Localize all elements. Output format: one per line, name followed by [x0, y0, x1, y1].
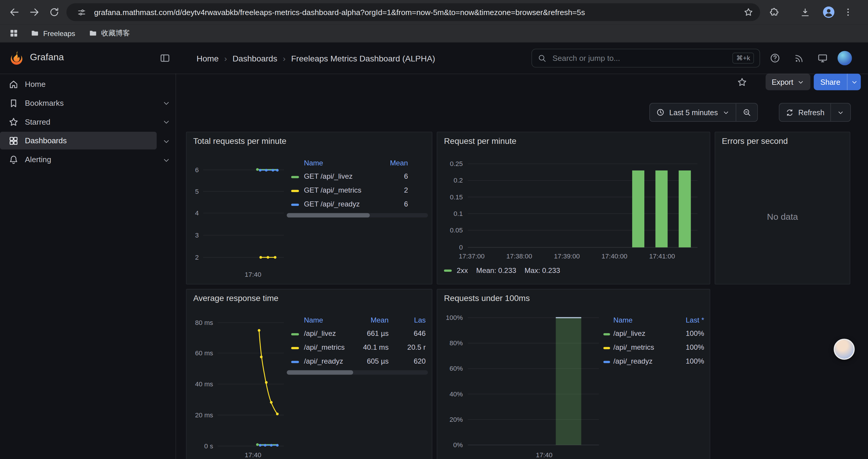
legend-header-name[interactable]: Name — [304, 316, 323, 324]
series-swatch[interactable] — [291, 333, 299, 335]
legend-header-last[interactable]: Last * — [686, 316, 704, 324]
series-name[interactable]: /api/_livez — [304, 329, 336, 338]
favorite-star-icon[interactable] — [734, 73, 750, 90]
chevron-down-icon[interactable] — [159, 115, 173, 129]
legend-header-name[interactable]: Name — [613, 316, 632, 324]
sidebar-toggle-icon[interactable] — [156, 49, 174, 67]
breadcrumb: Home › Dashboards › Freeleaps Metrics Da… — [196, 42, 435, 73]
browser-menu-kebab-icon[interactable] — [840, 4, 856, 21]
series-name[interactable]: 2xx — [457, 266, 468, 274]
sidebar-item-label: Bookmarks — [25, 99, 64, 107]
legend-header-name[interactable]: Name — [304, 159, 323, 167]
series-last: 100% — [677, 357, 704, 365]
series-name[interactable]: GET /api/_metrics — [304, 186, 361, 194]
legend-table: Name Last * /api/_livez 100% /api/_metri… — [603, 290, 704, 459]
back-button[interactable] — [4, 2, 24, 22]
downloads-icon[interactable] — [797, 4, 813, 21]
series-swatch[interactable] — [291, 347, 299, 349]
series-swatch[interactable] — [603, 347, 610, 349]
series-swatch[interactable] — [603, 361, 610, 363]
legend-header-mean[interactable]: Mean — [390, 159, 408, 167]
chevron-down-icon — [797, 78, 804, 85]
zoom-out-time-button[interactable] — [736, 103, 757, 121]
refresh-interval-chevron[interactable] — [831, 103, 850, 121]
sidebar-item-home[interactable]: Home — [0, 75, 157, 93]
breadcrumb-dashboards[interactable]: Dashboards — [232, 54, 277, 63]
breadcrumb-separator: › — [283, 54, 285, 63]
legend-scrollbar[interactable] — [287, 213, 428, 218]
user-avatar[interactable] — [838, 51, 852, 65]
series-last: 620 — [398, 357, 426, 365]
sidebar-item-label: Alerting — [25, 155, 51, 164]
series-last: 20.5 r — [398, 343, 426, 352]
sidebar-item-starred[interactable]: Starred — [0, 113, 157, 131]
series-name[interactable]: GET /api/_readyz — [304, 200, 360, 208]
grafana-logo[interactable] — [9, 50, 24, 65]
grafana-brand[interactable]: Grafana — [30, 52, 64, 63]
series-mean: 605 µs — [355, 357, 389, 365]
series-mean: Mean: 0.233 — [476, 266, 516, 274]
time-picker-group: Last 5 minutes — [649, 103, 758, 122]
reload-button[interactable] — [44, 2, 64, 22]
chevron-down-icon[interactable] — [159, 96, 173, 109]
bar-chart[interactable] — [437, 132, 711, 285]
legend-header-last[interactable]: Las — [414, 316, 426, 324]
refresh-button[interactable]: Refresh — [779, 103, 831, 121]
sidebar-item-label: Dashboards — [25, 136, 66, 145]
series-name[interactable]: /api/_readyz — [613, 357, 653, 365]
bell-icon — [8, 154, 19, 165]
series-swatch[interactable] — [291, 361, 299, 363]
panel-title[interactable]: Errors per second — [722, 136, 788, 145]
legend-header-mean[interactable]: Mean — [370, 316, 389, 324]
legend-scrollbar[interactable] — [287, 370, 428, 375]
sidebar-item-dashboards[interactable]: Dashboards — [0, 132, 157, 150]
sidebar-item-label: Starred — [25, 117, 50, 126]
sidebar-item-alerting[interactable]: Alerting — [0, 151, 157, 168]
extensions-icon[interactable] — [766, 4, 782, 21]
series-swatch[interactable] — [444, 269, 452, 271]
share-menu-chevron-icon[interactable] — [847, 73, 861, 90]
search-box[interactable]: ⌘+k — [531, 49, 760, 68]
grafana-app: Grafana Home › Dashboards › Freeleaps Me… — [0, 42, 868, 459]
sidebar-item-bookmarks[interactable]: Bookmarks — [0, 94, 157, 112]
monitor-icon[interactable] — [814, 49, 831, 67]
breadcrumb-home[interactable]: Home — [196, 54, 219, 63]
legend-inline: 2xx Mean: 0.233 Max: 0.233 — [444, 266, 560, 274]
series-name[interactable]: GET /api/_livez — [304, 172, 353, 181]
time-range-picker[interactable]: Last 5 minutes — [650, 103, 736, 121]
bookmark-folder-freeleaps[interactable]: Freeleaps — [25, 27, 80, 40]
apps-grid-icon[interactable] — [6, 25, 22, 41]
share-button[interactable]: Share — [814, 73, 847, 90]
series-name[interactable]: /api/_metrics — [304, 343, 345, 352]
grafana-header: Grafana Home › Dashboards › Freeleaps Me… — [0, 42, 868, 74]
search-icon — [537, 54, 546, 63]
export-button[interactable]: Export — [766, 73, 810, 90]
series-swatch[interactable] — [603, 333, 610, 335]
series-name[interactable]: /api/_readyz — [304, 357, 343, 365]
bookmark-icon — [8, 98, 19, 108]
bookmark-star-icon[interactable] — [741, 5, 756, 20]
screen: Freeleaps 收藏博客 Grafana Home › Dashboards… — [0, 0, 868, 459]
news-rss-icon[interactable] — [790, 49, 808, 67]
help-icon[interactable] — [766, 49, 784, 67]
series-last: 100% — [677, 343, 704, 352]
search-input[interactable] — [551, 53, 727, 63]
series-name[interactable]: /api/_livez — [613, 329, 645, 338]
url-bar-input[interactable] — [94, 8, 736, 17]
series-name[interactable]: /api/_metrics — [613, 343, 654, 352]
folder-icon — [88, 29, 97, 37]
assistant-widget-avatar[interactable] — [834, 339, 855, 360]
sidebar-item-label: Home — [25, 80, 45, 89]
series-swatch[interactable] — [291, 190, 299, 192]
chevron-down-icon[interactable] — [159, 153, 173, 167]
series-swatch[interactable] — [291, 176, 299, 178]
address-bar[interactable] — [66, 3, 760, 21]
bookmark-folder-blogs[interactable]: 收藏博客 — [84, 27, 135, 40]
series-swatch[interactable] — [291, 204, 299, 206]
forward-button[interactable] — [24, 2, 44, 22]
share-label: Share — [820, 78, 840, 86]
site-info-icon[interactable] — [74, 5, 89, 20]
panel-avg-response-time: Average response time 80 ms 60 ms 40 ms … — [186, 289, 433, 459]
chevron-down-icon[interactable] — [159, 134, 173, 148]
browser-profile-avatar[interactable] — [820, 4, 837, 21]
